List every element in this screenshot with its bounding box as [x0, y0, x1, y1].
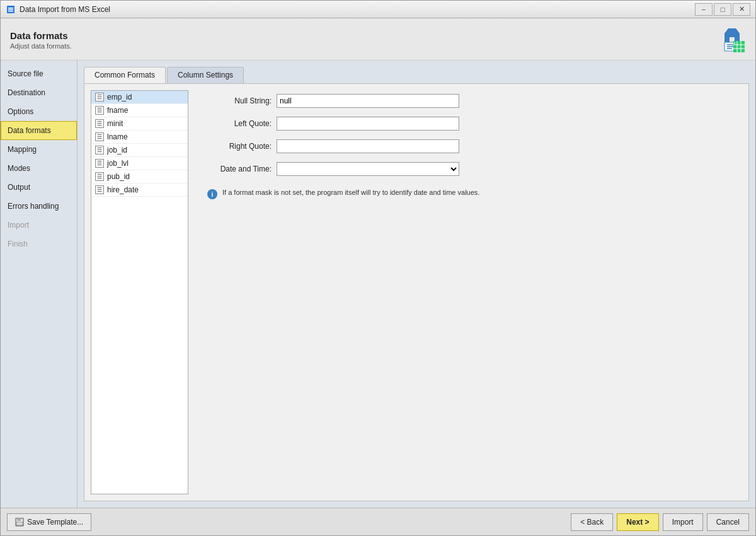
column-icon: ☰ [95, 185, 104, 194]
tabs-bar: Common Formats Column Settings [84, 67, 749, 83]
svg-text:E: E [734, 42, 736, 45]
sidebar-item-destination[interactable]: Destination [1, 83, 77, 102]
null-string-row: Null String: [201, 94, 742, 108]
column-list-item-fname[interactable]: ☰ fname [91, 104, 188, 117]
tab-content-area: Common Formats Column Settings ☰ emp_id [77, 61, 755, 508]
form-area: Null String: Left Quote: Right Quote: [201, 90, 742, 494]
header-area: Data formats Adjust data formats. [1, 18, 755, 61]
next-button[interactable]: Next > [617, 513, 658, 531]
svg-rect-1 [8, 8, 13, 9]
main-content: Data formats Adjust data formats. [1, 18, 755, 535]
header-left: Data formats Adjust data formats. [10, 30, 72, 50]
info-box: i If a format mask is not set, the progr… [201, 185, 742, 203]
sidebar-item-mapping[interactable]: Mapping [1, 140, 77, 159]
tab-panel-common-formats: ☰ emp_id ☰ fname ☰ minit ☰ [84, 83, 749, 501]
page-title: Data formats [10, 30, 72, 41]
date-time-row: Date and Time: MM/DD/YYYY DD/MM/YYYY YYY… [201, 162, 742, 176]
sidebar-item-errors-handling[interactable]: Errors handling [1, 197, 77, 216]
footer-right: < Back Next > Import Cancel [571, 513, 749, 531]
null-string-label: Null String: [201, 96, 277, 105]
minimize-button[interactable]: − [695, 3, 713, 16]
back-button[interactable]: < Back [571, 513, 613, 531]
sidebar-item-data-formats[interactable]: Data formats [1, 121, 77, 140]
column-list-item-lname[interactable]: ☰ lname [91, 131, 188, 144]
svg-rect-2 [8, 9, 13, 10]
sidebar-item-finish: Finish [1, 235, 77, 253]
title-bar: Data Import from MS Excel − □ ✕ [1, 1, 755, 18]
column-list-item-minit[interactable]: ☰ minit [91, 117, 188, 131]
body-area: Source file Destination Options Data for… [1, 61, 755, 508]
cancel-button[interactable]: Cancel [707, 513, 749, 531]
import-button[interactable]: Import [663, 513, 703, 531]
left-quote-row: Left Quote: [201, 117, 742, 131]
footer: Save Template... < Back Next > Import Ca… [1, 508, 755, 535]
window-title: Data Import from MS Excel [20, 5, 695, 14]
column-icon: ☰ [95, 159, 104, 168]
column-icon: ☰ [95, 106, 104, 115]
left-quote-label: Left Quote: [201, 119, 277, 128]
column-list-item-pub_id[interactable]: ☰ pub_id [91, 170, 188, 184]
maximize-button[interactable]: □ [714, 3, 731, 16]
info-message: If a format mask is not set, the program… [222, 189, 479, 196]
column-list-item-emp_id[interactable]: ☰ emp_id [91, 91, 188, 104]
sidebar-item-import: Import [1, 216, 77, 235]
sidebar: Source file Destination Options Data for… [1, 61, 77, 508]
tab-common-formats[interactable]: Common Formats [84, 67, 166, 83]
svg-rect-15 [17, 518, 21, 521]
right-quote-label: Right Quote: [201, 142, 277, 151]
column-icon: ☰ [95, 93, 104, 102]
null-string-input[interactable] [277, 94, 459, 108]
main-window: Data Import from MS Excel − □ ✕ Data for… [0, 0, 756, 536]
page-subtitle: Adjust data formats. [10, 42, 72, 50]
svg-rect-16 [16, 522, 23, 525]
date-time-select[interactable]: MM/DD/YYYY DD/MM/YYYY YYYY-MM-DD [277, 162, 459, 176]
column-icon: ☰ [95, 146, 104, 154]
sidebar-item-output[interactable]: Output [1, 178, 77, 197]
save-icon [15, 518, 24, 527]
tab-column-settings[interactable]: Column Settings [167, 67, 244, 83]
window-icon [6, 4, 16, 15]
left-quote-input[interactable] [277, 117, 459, 131]
footer-left: Save Template... [7, 513, 91, 531]
date-time-label: Date and Time: [201, 165, 277, 173]
column-icon: ☰ [95, 132, 104, 141]
right-quote-input[interactable] [277, 139, 459, 153]
info-icon: i [207, 189, 217, 199]
column-list-item-hire_date[interactable]: ☰ hire_date [91, 184, 188, 197]
column-icon: ☰ [95, 172, 104, 181]
svg-rect-3 [8, 11, 13, 12]
app-logo-icon: E [716, 25, 746, 55]
sidebar-item-source-file[interactable]: Source file [1, 64, 77, 83]
sidebar-item-modes[interactable]: Modes [1, 159, 77, 178]
column-icon: ☰ [95, 119, 104, 128]
column-list-item-job_id[interactable]: ☰ job_id [91, 144, 188, 157]
right-quote-row: Right Quote: [201, 139, 742, 153]
window-controls: − □ ✕ [695, 3, 750, 16]
column-list: ☰ emp_id ☰ fname ☰ minit ☰ [91, 90, 188, 494]
save-template-button[interactable]: Save Template... [7, 513, 91, 531]
close-button[interactable]: ✕ [733, 3, 750, 16]
sidebar-item-options[interactable]: Options [1, 102, 77, 121]
column-list-item-job_lvl[interactable]: ☰ job_lvl [91, 157, 188, 170]
